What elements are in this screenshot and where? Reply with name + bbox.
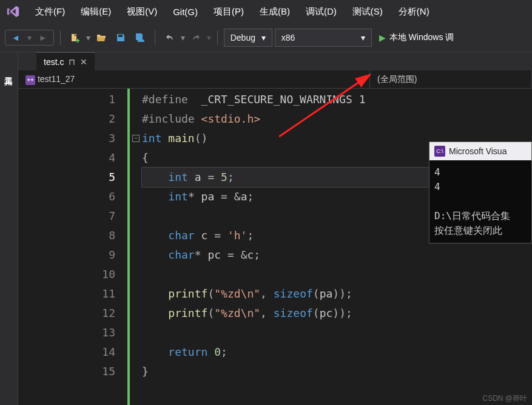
back-icon[interactable]: ◄ (8, 32, 24, 44)
menu-item[interactable]: 分析(N) (391, 2, 437, 21)
code-line[interactable]: printf("%zd\n", sizeof(pa)); (142, 284, 532, 304)
file-tab-bar: test.c ⊓ ✕ (18, 52, 532, 70)
save-icon[interactable] (112, 29, 129, 46)
save-all-icon[interactable] (132, 29, 149, 46)
menu-item[interactable]: 调试(D) (298, 2, 344, 21)
vs-logo-icon (5, 3, 22, 20)
chevron-down-icon: ▾ (361, 33, 365, 43)
chevron-down-icon: ▾ (261, 33, 266, 43)
dropdown-icon[interactable]: ▾ (181, 33, 185, 43)
watermark: CSDN @莽叶 (482, 393, 527, 404)
back-dropdown-icon[interactable]: ▾ (24, 32, 35, 44)
menu-item[interactable]: Git(G) (166, 3, 205, 21)
open-icon[interactable] (93, 29, 110, 46)
file-tab-label: test.c (44, 57, 64, 67)
code-line[interactable]: printf("%zd\n", sizeof(pc)); (142, 304, 532, 323)
fold-toggle-icon[interactable]: − (132, 135, 140, 142)
config-combo[interactable]: Debug▾ (224, 29, 272, 47)
code-line[interactable] (142, 265, 532, 284)
play-icon: ▶ (379, 33, 386, 43)
code-line[interactable]: char* pc = &c; (142, 245, 532, 265)
code-line[interactable]: return 0; (142, 342, 532, 362)
separator (155, 30, 155, 45)
menu-item[interactable]: 项目(P) (206, 2, 251, 21)
console-title-text: Microsoft Visua (449, 146, 507, 156)
forward-icon: ► (35, 32, 51, 44)
code-line[interactable]: } (142, 362, 532, 381)
project-icon: ++ (25, 75, 35, 85)
menu-item[interactable]: 测试(S) (345, 2, 390, 21)
nav-back-forward[interactable]: ◄ ▾ ► (5, 30, 54, 46)
menu-item[interactable]: 生成(B) (252, 2, 297, 21)
close-icon[interactable]: ✕ (80, 57, 87, 67)
platform-combo[interactable]: x86▾ (275, 29, 372, 47)
redo-icon[interactable] (187, 29, 204, 46)
code-editor[interactable]: 123456789101112131415 − #define _CRT_SEC… (18, 89, 532, 405)
toolbar: ◄ ▾ ► ▾ ▾ ▾ Debug▾ x86▾ ▶ 本地 Windows 调 (0, 23, 532, 52)
menu-item[interactable]: 编辑(E) (73, 2, 118, 21)
menu-bar: 文件(F)编辑(E)视图(V)Git(G)项目(P)生成(B)调试(D)测试(S… (0, 0, 532, 23)
code-line[interactable]: #define _CRT_SECURE_NO_WARNINGS 1 (142, 90, 532, 109)
console-window: C:\ Microsoft Visua 4 4 D:\日常代码合集 按任意键关闭… (429, 141, 532, 243)
dropdown-icon: ▾ (207, 33, 211, 43)
scope-project[interactable]: ++ test11_27 ▾ (18, 70, 370, 89)
run-button[interactable]: ▶ 本地 Windows 调 (374, 32, 459, 43)
console-icon: C:\ (434, 146, 445, 157)
file-tab-test-c[interactable]: test.c ⊓ ✕ (36, 52, 95, 70)
scope-global[interactable]: (全局范围) (370, 70, 532, 89)
undo-icon[interactable] (161, 29, 178, 46)
left-sidebar: 工具箱 (0, 52, 18, 405)
nav-scope-row: ++ test11_27 ▾ (全局范围) (18, 70, 532, 89)
separator (60, 30, 61, 45)
menu-item[interactable]: 文件(F) (28, 2, 72, 21)
new-item-icon[interactable] (67, 29, 84, 46)
toolbox-tab[interactable]: 工具箱 (1, 64, 17, 77)
fold-column: − (130, 89, 142, 405)
console-titlebar[interactable]: C:\ Microsoft Visua (429, 142, 531, 160)
pin-icon[interactable]: ⊓ (69, 57, 75, 67)
code-content[interactable]: #define _CRT_SECURE_NO_WARNINGS 1#includ… (142, 89, 532, 405)
line-gutter: 123456789101112131415 (18, 89, 127, 405)
separator (217, 30, 218, 45)
menu-item[interactable]: 视图(V) (120, 2, 164, 21)
console-output: 4 4 D:\日常代码合集 按任意键关闭此 (429, 160, 531, 243)
code-line[interactable]: #include <stdio.h> (142, 109, 532, 129)
code-line[interactable] (142, 323, 532, 342)
chevron-down-icon: ▾ (358, 75, 362, 84)
dropdown-icon[interactable]: ▾ (86, 33, 90, 43)
